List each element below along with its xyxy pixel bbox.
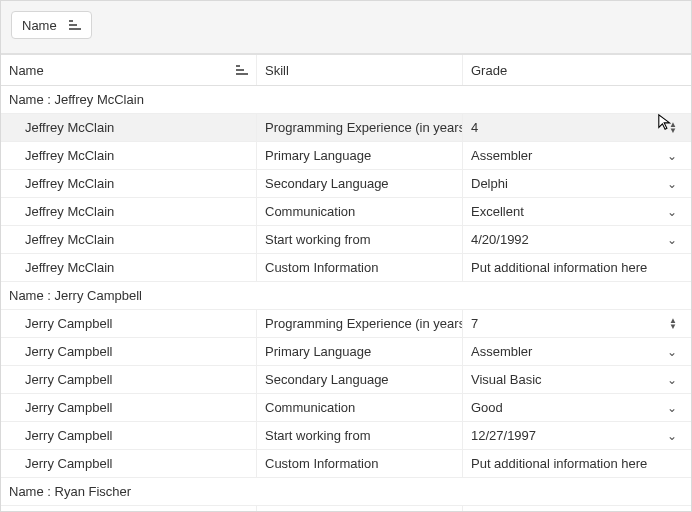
table-row[interactable]: Jerry CampbellCustom InformationPut addi… [1,450,691,478]
table-row[interactable]: Jeffrey McClainCommunicationExcellent⌄ [1,198,691,226]
cell-grade-value: Excellent [471,204,524,219]
cell-grade[interactable]: Assembler⌄ [463,338,691,365]
cell-name[interactable]: Jerry Campbell [1,310,257,337]
spin-buttons-icon[interactable]: ▲▼ [669,122,677,134]
column-header-skill[interactable]: Skill [257,55,463,85]
grid-scroll-viewport[interactable]: Name Name Skill Grade Name : Jeffrey McC… [1,1,691,511]
cell-name[interactable]: Jerry Campbell [1,394,257,421]
table-row[interactable]: Jeffrey McClainPrimary LanguageAssembler… [1,142,691,170]
cell-grade[interactable]: Delphi⌄ [463,170,691,197]
column-header-skill-label: Skill [265,63,289,78]
cell-skill[interactable]: Programming Experience (in years) [257,114,463,141]
column-header-grade[interactable]: Grade [463,55,691,85]
chevron-down-icon[interactable]: ⌄ [667,373,677,387]
chevron-down-icon[interactable]: ⌄ [667,429,677,443]
cell-skill[interactable]: Custom Information [257,254,463,281]
cell-skill[interactable]: Programming Experience (in years) [257,506,463,511]
cell-name[interactable]: Jeffrey McClain [1,198,257,225]
group-chip-name[interactable]: Name [11,11,92,39]
cell-name[interactable]: Jeffrey McClain [1,142,257,169]
cell-name[interactable]: Jerry Campbell [1,450,257,477]
cell-skill[interactable]: Custom Information [257,450,463,477]
group-header-label: Name : Ryan Fischer [9,484,131,499]
cell-name[interactable]: Jeffrey McClain [1,114,257,141]
table-row[interactable]: Jeffrey McClainProgramming Experience (i… [1,114,691,142]
chevron-down-icon[interactable]: ⌄ [667,401,677,415]
cell-grade-value: Delphi [471,176,508,191]
cell-grade-value: 4 [471,120,478,135]
table-row[interactable]: Jerry CampbellProgramming Experience (in… [1,310,691,338]
sort-ascending-icon [69,20,81,30]
cell-name[interactable]: Jerry Campbell [1,338,257,365]
cell-grade-value: Assembler [471,344,532,359]
cell-grade[interactable]: Good⌄ [463,394,691,421]
cell-skill[interactable]: Communication [257,198,463,225]
cell-grade[interactable]: Visual Basic⌄ [463,366,691,393]
cell-grade-value: Visual Basic [471,372,542,387]
spin-buttons-icon[interactable]: ▲▼ [669,318,677,330]
cell-skill[interactable]: Start working from [257,226,463,253]
column-header-row: Name Skill Grade [1,54,691,86]
cell-grade-value: 7 [471,316,478,331]
cell-grade-value: Put additional information here [471,260,647,275]
cell-grade[interactable]: 7▲▼ [463,310,691,337]
table-row[interactable]: Jerry CampbellSecondary LanguageVisual B… [1,366,691,394]
cell-skill[interactable]: Secondary Language [257,170,463,197]
group-header-label: Name : Jerry Campbell [9,288,142,303]
group-header-label: Name : Jeffrey McClain [9,92,144,107]
cell-grade[interactable]: 4/20/1992⌄ [463,226,691,253]
table-row[interactable]: Jerry CampbellStart working from12/27/19… [1,422,691,450]
cell-grade-value: 4/20/1992 [471,232,529,247]
table-row[interactable]: Jeffrey McClainCustom InformationPut add… [1,254,691,282]
cell-grade[interactable]: 4▲▼ [463,114,691,141]
cell-grade[interactable]: Put additional information here [463,254,691,281]
chevron-down-icon[interactable]: ⌄ [667,205,677,219]
table-row[interactable]: Jeffrey McClainSecondary LanguageDelphi⌄ [1,170,691,198]
cell-grade-value: 12/27/1997 [471,428,536,443]
cell-name[interactable]: Jeffrey McClain [1,170,257,197]
cell-grade[interactable]: 12/27/1997⌄ [463,422,691,449]
chevron-down-icon[interactable]: ⌄ [667,149,677,163]
cell-skill[interactable]: Programming Experience (in years) [257,310,463,337]
group-header-row[interactable]: Name : Jerry Campbell [1,282,691,310]
group-header-row[interactable]: Name : Jeffrey McClain [1,86,691,114]
group-chip-label: Name [22,18,57,33]
column-header-name[interactable]: Name [1,55,257,85]
table-row[interactable]: Jerry CampbellCommunicationGood⌄ [1,394,691,422]
cell-skill[interactable]: Primary Language [257,142,463,169]
column-header-name-label: Name [9,63,44,78]
cell-grade-value: Good [471,400,503,415]
chevron-down-icon[interactable]: ⌄ [667,177,677,191]
cell-skill[interactable]: Communication [257,394,463,421]
cell-grade-value: Assembler [471,148,532,163]
cell-skill[interactable]: Primary Language [257,338,463,365]
cell-grade-value: Put additional information here [471,456,647,471]
table-row[interactable]: Ryan FischerProgramming Experience (in y… [1,506,691,511]
cell-name[interactable]: Ryan Fischer [1,506,257,511]
cell-skill[interactable]: Start working from [257,422,463,449]
table-row[interactable]: Jerry CampbellPrimary LanguageAssembler⌄ [1,338,691,366]
sort-ascending-icon [236,65,248,75]
group-header-row[interactable]: Name : Ryan Fischer [1,478,691,506]
cell-grade[interactable]: Put additional information here [463,450,691,477]
chevron-down-icon[interactable]: ⌄ [667,233,677,247]
table-row[interactable]: Jeffrey McClainStart working from4/20/19… [1,226,691,254]
cell-name[interactable]: Jerry Campbell [1,422,257,449]
cell-grade[interactable]: 7▲▼ [463,506,691,511]
cell-grade[interactable]: Excellent⌄ [463,198,691,225]
cell-skill[interactable]: Secondary Language [257,366,463,393]
group-by-panel[interactable]: Name [1,1,691,54]
cell-name[interactable]: Jeffrey McClain [1,226,257,253]
cell-name[interactable]: Jeffrey McClain [1,254,257,281]
column-header-grade-label: Grade [471,63,507,78]
chevron-down-icon[interactable]: ⌄ [667,345,677,359]
cell-grade[interactable]: Assembler⌄ [463,142,691,169]
cell-name[interactable]: Jerry Campbell [1,366,257,393]
